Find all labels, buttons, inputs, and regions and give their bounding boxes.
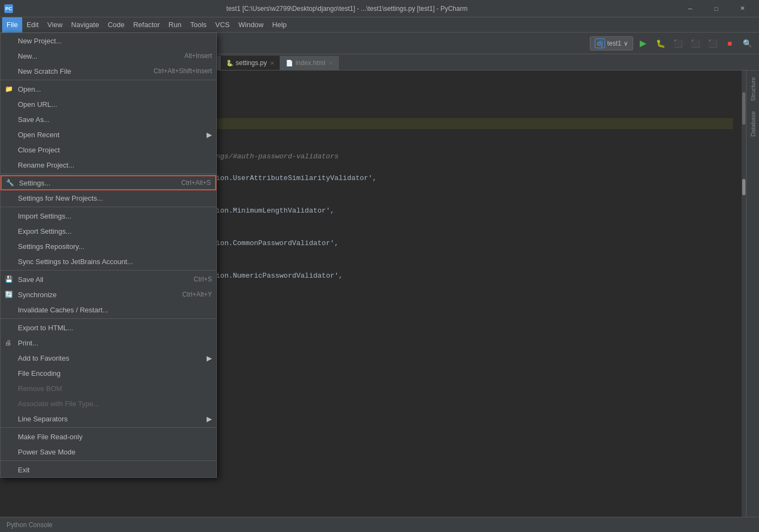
tab-index-html[interactable]: 📄 index.html ✕ [280,56,339,70]
editor-scrollbar[interactable] [742,70,746,517]
menu-divider [1,270,216,271]
menu-item-synchronize[interactable]: 🔄 Synchronize Ctrl+Alt+Y [1,287,216,302]
menu-item-new[interactable]: New... Alt+Insert [1,48,216,63]
menu-item-open-recent[interactable]: Open Recent ▶ [1,127,216,142]
menu-item-power-save[interactable]: Power Save Mode [1,444,216,459]
menu-item-line-separators[interactable]: Line Separators ▶ [1,411,216,426]
close-button[interactable]: ✕ [730,0,755,17]
menu-divider [1,427,216,428]
menu-item-rename-project[interactable]: Rename Project... [1,157,216,172]
menu-item-open-url[interactable]: Open URL... [1,97,216,112]
menu-refactor[interactable]: Refactor [129,17,164,33]
menu-window[interactable]: Window [234,17,268,33]
build-button[interactable]: ⬛ [705,36,720,51]
menu-item-associate-file: Associate with File Type... [1,396,216,411]
menu-item-make-readonly[interactable]: Make File Read-only [1,429,216,444]
menu-run[interactable]: Run [164,17,186,33]
menu-bar: File Edit View Navigate Code Refactor Ru… [0,17,759,33]
menu-item-sync-settings[interactable]: Sync Settings to JetBrains Account... [1,254,216,269]
menu-item-settings-new[interactable]: Settings for New Projects... [1,190,216,206]
menu-item-exit[interactable]: Exit [1,462,216,477]
debug-button[interactable]: 🐛 [653,36,668,51]
menu-item-export-settings[interactable]: Export Settings... [1,223,216,239]
menu-code[interactable]: Code [104,17,129,33]
scrollbar-thumb2 [742,179,745,195]
menu-edit[interactable]: Edit [22,17,43,33]
menu-item-remove-bom: Remove BOM [1,381,216,396]
run-button[interactable]: ▶ [635,36,651,51]
menu-divider [1,318,216,319]
console-bar: Python Console [0,517,759,532]
project-selector[interactable]: dj test1 ∨ [590,36,633,50]
menu-view[interactable]: View [43,17,67,33]
menu-divider [1,174,216,174]
menu-item-save-as[interactable]: Save As... [1,112,216,127]
menu-help[interactable]: Help [268,17,291,33]
menu-item-settings-repo[interactable]: Settings Repository... [1,239,216,254]
arrow-icon: ▶ [207,131,212,139]
menu-item-invalidate[interactable]: Invalidate Caches / Restart... [1,302,216,317]
menu-item-close-project[interactable]: Close Project [1,142,216,157]
menu-item-file-encoding[interactable]: File Encoding [1,366,216,381]
menu-vcs[interactable]: VCS [211,17,234,33]
coverage-button[interactable]: ⬛ [670,36,685,51]
stop-button[interactable]: ■ [722,36,737,51]
tab-icon-html: 📄 [286,60,293,67]
search-everywhere[interactable]: 🔍 [739,36,755,51]
file-menu-dropdown: New Project... New... Alt+Insert New Scr… [0,33,217,478]
scrollbar-thumb [742,92,745,125]
restore-button[interactable]: □ [704,0,729,17]
window-title: test1 [C:\Users\w2799\Desktop\django\tes… [16,5,678,12]
menu-divider [1,80,216,80]
menu-navigate[interactable]: Navigate [67,17,103,33]
arrow-icon: ▶ [207,354,212,362]
menu-item-new-project[interactable]: New Project... [1,33,216,48]
menu-divider [1,460,216,461]
minimize-button[interactable]: ─ [678,0,703,17]
menu-item-print[interactable]: 🖨 Print... [1,335,216,350]
menu-item-open[interactable]: 📁 Open... [1,81,216,97]
menu-item-import-settings[interactable]: Import Settings... [1,208,216,223]
menu-item-settings[interactable]: 🔧 Settings... Ctrl+Alt+S [1,175,216,190]
tab-settings-py[interactable]: 🐍 settings.py ✕ [221,56,280,70]
window-controls: ─ □ ✕ [678,0,755,17]
menu-tools[interactable]: Tools [186,17,211,33]
tab-icon-settings: 🐍 [226,60,234,67]
menu-file[interactable]: File [2,17,22,33]
menu-item-add-favorites[interactable]: Add to Favorites ▶ [1,350,216,366]
arrow-icon: ▶ [207,415,212,423]
close-tab-html[interactable]: ✕ [329,60,333,66]
sidebar-tab-database[interactable]: Database [748,107,758,141]
console-label[interactable]: Python Console [7,521,53,529]
sidebar-right: Structure Database [746,70,759,517]
sync-icon: 🔄 [5,291,13,298]
save-icon: 💾 [5,275,13,283]
app-icon: PC [4,4,13,13]
menu-divider [1,207,216,207]
print-icon: 🖨 [5,339,11,347]
folder-icon: 📁 [5,85,13,93]
close-tab-settings[interactable]: ✕ [270,60,274,66]
sidebar-tab-structure[interactable]: Structure [748,73,758,106]
menu-item-export-html[interactable]: Export to HTML... [1,320,216,335]
menu-item-save-all[interactable]: 💾 Save All Ctrl+S [1,272,216,287]
profile-button[interactable]: ⬛ [687,36,703,51]
title-bar: PC test1 [C:\Users\w2799\Desktop\django\… [0,0,759,17]
menu-item-new-scratch[interactable]: New Scratch File Ctrl+Alt+Shift+Insert [1,63,216,79]
wrench-icon: 🔧 [6,179,14,187]
